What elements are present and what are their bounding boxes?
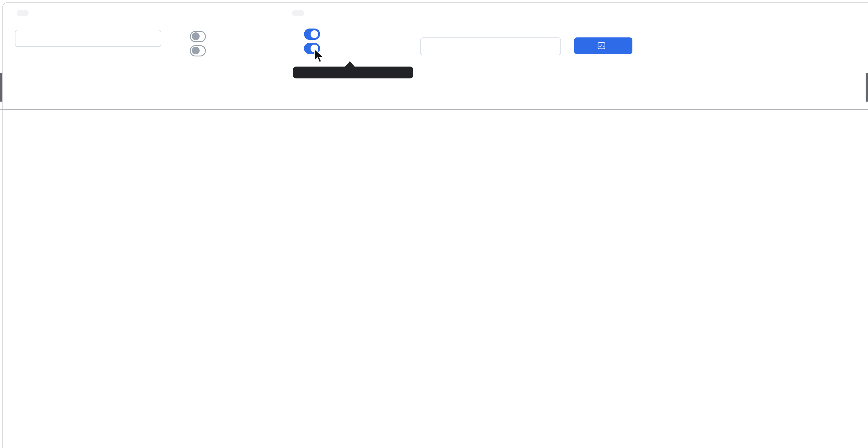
collapse-system-calls-tooltip [293,67,413,78]
mouse-cursor [312,49,326,64]
flamechart-area[interactable] [0,0,868,448]
minimap-right-handle[interactable] [866,73,868,102]
minimap-left-handle[interactable] [0,73,2,102]
tooltip-caret [345,61,354,67]
